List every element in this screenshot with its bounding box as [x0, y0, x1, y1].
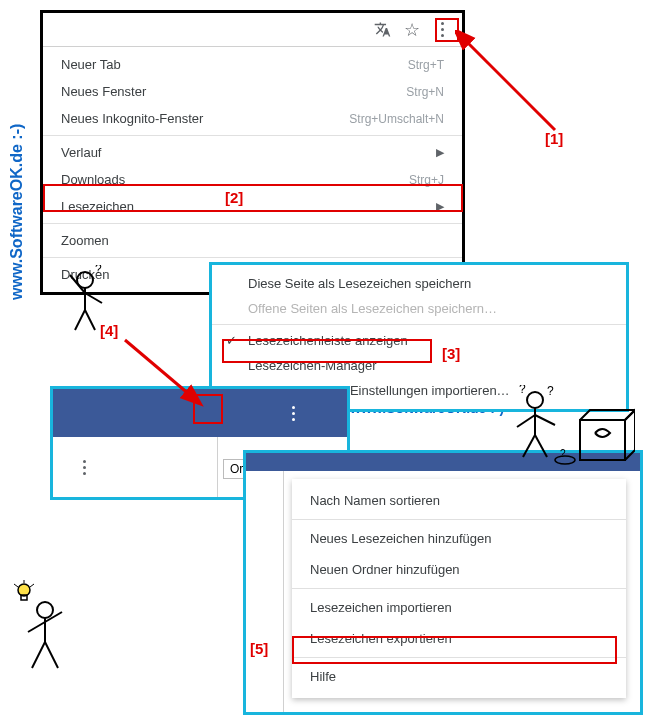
- figure-confused: ?: [60, 265, 120, 335]
- svg-line-6: [75, 310, 85, 330]
- svg-line-0: [465, 40, 555, 130]
- menu-shortcut: Strg+Umschalt+N: [349, 112, 444, 126]
- menu-separator: [292, 519, 626, 520]
- svg-line-7: [85, 310, 95, 330]
- svg-rect-17: [580, 420, 625, 460]
- organize-menu-window: Nach Namen sortieren Neues Lesezeichen h…: [243, 450, 643, 715]
- menu-separator: [292, 588, 626, 589]
- svg-line-12: [535, 415, 555, 425]
- svg-text:?: ?: [547, 385, 554, 398]
- star-icon[interactable]: ☆: [400, 18, 424, 42]
- svg-line-24: [32, 642, 45, 668]
- menu-label: Zoomen: [61, 233, 109, 248]
- organize-context-menu: Nach Namen sortieren Neues Lesezeichen h…: [292, 479, 626, 698]
- svg-line-11: [517, 415, 535, 427]
- svg-point-9: [527, 392, 543, 408]
- submenu-save-open: Offene Seiten als Lesezeichen speichern…: [212, 296, 626, 321]
- menu-item-new-window[interactable]: Neues Fenster Strg+N: [43, 78, 462, 105]
- svg-rect-27: [21, 595, 27, 600]
- chevron-right-icon: ▶: [436, 200, 444, 213]
- arrow-1: [455, 30, 585, 140]
- chevron-right-icon: ▶: [436, 146, 444, 159]
- chrome-main-menu: ☆ Neuer Tab Strg+T Neues Fenster Strg+N …: [40, 10, 465, 295]
- submenu-label: Lesezeichenleiste anzeigen: [248, 333, 408, 348]
- menu-label: Neuer Tab: [61, 57, 121, 72]
- toolbar: ☆: [43, 13, 462, 47]
- svg-line-14: [535, 435, 547, 457]
- menu-separator: [43, 135, 462, 136]
- menu-label: Verlauf: [61, 145, 101, 160]
- bookmark-sidebar: [53, 437, 218, 497]
- organize-add-folder[interactable]: Neuen Ordner hinzufügen: [292, 554, 626, 585]
- step-label-3: [3]: [442, 345, 460, 362]
- menu-label: Lesezeichen: [61, 199, 134, 214]
- submenu-manager[interactable]: Lesezeichen-Manager: [212, 353, 626, 378]
- check-icon: ✓: [226, 333, 237, 348]
- menu-dots-icon[interactable]: [430, 18, 454, 42]
- organize-add-bookmark[interactable]: Neues Lesezeichen hinzufügen: [292, 523, 626, 554]
- menu-item-zoom[interactable]: Zoomen: [43, 227, 462, 254]
- svg-line-28: [14, 584, 18, 587]
- svg-point-20: [37, 602, 53, 618]
- menu-separator: [212, 324, 626, 325]
- menu-separator: [43, 257, 462, 258]
- svg-point-26: [18, 584, 30, 596]
- drag-handle-icon[interactable]: [83, 460, 86, 475]
- menu-shortcut: Strg+J: [409, 173, 444, 187]
- menu-item-bookmarks[interactable]: Lesezeichen ▶: [43, 193, 462, 220]
- organize-sidebar: [246, 471, 284, 712]
- submenu-show-bar[interactable]: ✓ Lesezeichenleiste anzeigen: [212, 328, 626, 353]
- step-label-2: [2]: [225, 189, 243, 206]
- translate-icon[interactable]: [370, 18, 394, 42]
- menu-item-new-tab[interactable]: Neuer Tab Strg+T: [43, 51, 462, 78]
- svg-line-22: [28, 622, 45, 632]
- bookmark-manager-toolbar: [53, 389, 347, 437]
- svg-text:?: ?: [519, 385, 526, 396]
- submenu-save-page[interactable]: Diese Seite als Lesezeichen speichern: [212, 271, 626, 296]
- menu-label: Downloads: [61, 172, 125, 187]
- organize-sort[interactable]: Nach Namen sortieren: [292, 485, 626, 516]
- menu-label: Neues Fenster: [61, 84, 146, 99]
- organize-help[interactable]: Hilfe: [292, 661, 626, 692]
- svg-line-25: [45, 642, 58, 668]
- svg-line-30: [30, 584, 34, 587]
- svg-line-5: [85, 293, 102, 303]
- menu-item-downloads[interactable]: Downloads Strg+J: [43, 166, 462, 193]
- menu-item-history[interactable]: Verlauf ▶: [43, 139, 462, 166]
- step-label-1: [1]: [545, 130, 563, 147]
- svg-text:?: ?: [560, 448, 566, 459]
- organize-import[interactable]: Lesezeichen importieren: [292, 592, 626, 623]
- svg-line-13: [523, 435, 535, 457]
- menu-label: Neues Inkognito-Fenster: [61, 111, 203, 126]
- menu-item-incognito[interactable]: Neues Inkognito-Fenster Strg+Umschalt+N: [43, 105, 462, 132]
- figure-idea: [10, 580, 80, 680]
- menu-separator: [292, 657, 626, 658]
- svg-text:?: ?: [95, 265, 102, 276]
- menu-shortcut: Strg+N: [406, 85, 444, 99]
- watermark-vertical: www.SoftwareOK.de :-): [8, 124, 26, 300]
- organize-export[interactable]: Lesezeichen exportieren: [292, 623, 626, 654]
- figure-box: ? ? ?: [505, 385, 635, 485]
- menu-separator: [43, 223, 462, 224]
- menu-shortcut: Strg+T: [408, 58, 444, 72]
- organize-button[interactable]: [279, 399, 307, 427]
- step-label-5: [5]: [250, 640, 268, 657]
